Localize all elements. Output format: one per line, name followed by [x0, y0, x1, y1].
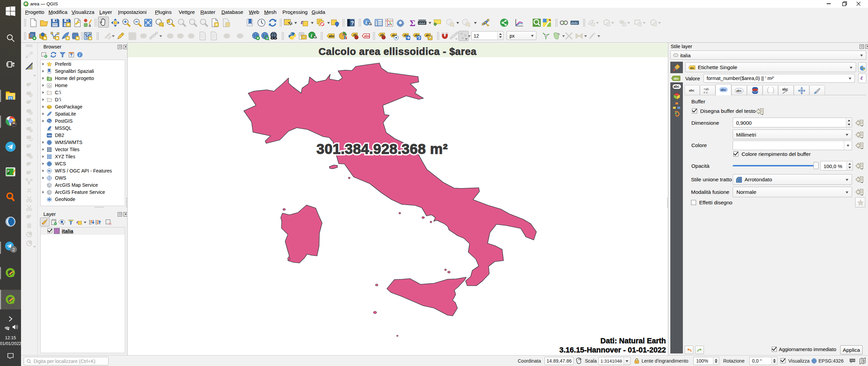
svg-text:301.384.928.368 m²: 301.384.928.368 m²	[316, 141, 448, 157]
svg-text:W: W	[48, 170, 51, 172]
svg-text:abc: abc	[674, 77, 679, 80]
svg-text:abc: abc	[736, 89, 742, 93]
svg-text:DB2: DB2	[47, 135, 52, 137]
svg-text:abc: abc	[689, 88, 694, 92]
svg-text:abc: abc	[674, 85, 680, 88]
svg-text:< c: < c	[704, 91, 708, 94]
svg-text:abc: abc	[782, 87, 788, 91]
svg-text:+ab: +ab	[704, 87, 709, 91]
svg-text:abc: abc	[690, 67, 694, 69]
svg-text:abc: abc	[721, 88, 726, 92]
svg-text:2: 2	[12, 247, 15, 252]
